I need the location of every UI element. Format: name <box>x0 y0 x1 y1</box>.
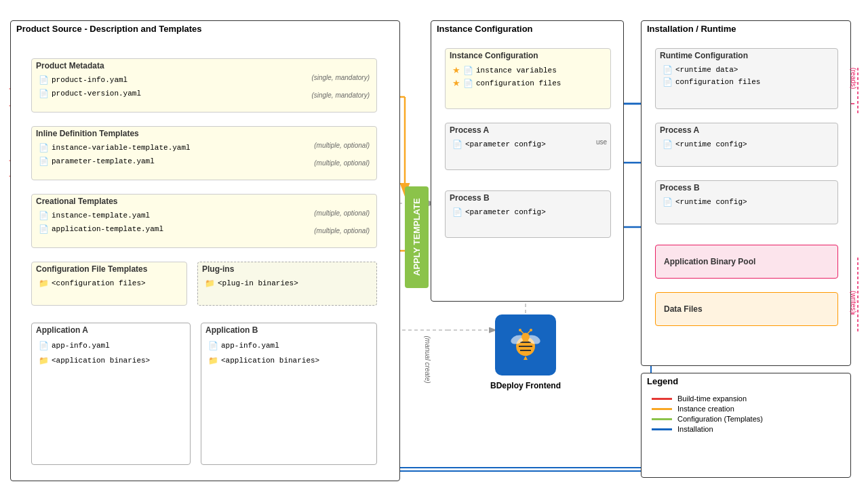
bdeploy-frontend: BDeploy Frontend <box>475 298 576 407</box>
product-source-section: Product Source - Description and Templat… <box>10 20 400 481</box>
file-item: 📁 <plug-in binaries> <box>205 279 370 288</box>
use-note: use <box>596 138 607 146</box>
svg-marker-51 <box>524 356 528 360</box>
file-item: 📄 <runtime data> <box>663 65 831 75</box>
filename: <runtime config> <box>675 140 747 148</box>
legend-label-install: Installation <box>677 425 713 433</box>
filename: <plug-in binaries> <box>218 279 298 287</box>
app-binary-pool-label: Application Binary Pool <box>664 257 755 266</box>
application-a-title: Application A <box>32 323 190 337</box>
bee-icon <box>505 325 546 365</box>
legend-line-blue <box>652 428 672 430</box>
app-binary-pool-box: Application Binary Pool <box>655 245 838 279</box>
filename: instance-template.yaml <box>52 211 150 220</box>
plugins-box: Plug-ins 📁 <plug-in binaries> <box>197 262 377 306</box>
filename: <configuration files> <box>52 279 146 287</box>
process-b-runtime-title: Process B <box>656 181 837 195</box>
legend-title: Legend <box>642 373 850 389</box>
file-item: 📄 <runtime config> <box>663 140 831 149</box>
bdeploy-label: BDeploy Frontend <box>490 381 561 390</box>
file-icon: 📄 <box>452 207 462 217</box>
file-icon: 📄 <box>39 224 49 234</box>
plugins-title: Plug-ins <box>198 262 376 276</box>
instance-config-box: Instance Configuration ★ 📄 instance vari… <box>445 48 611 109</box>
file-icon: 📄 <box>39 89 49 98</box>
file-item: 📄 configuration files <box>663 77 831 87</box>
legend-label-buildtime: Build-time expansion <box>677 394 747 403</box>
application-a-box: Application A 📄 app-info.yaml 📁 <applica… <box>31 323 191 465</box>
file-item: 📄 app-info.yaml <box>39 341 183 350</box>
application-b-title: Application B <box>201 323 376 337</box>
filename: instance-variable-template.yaml <box>52 144 191 152</box>
note: (multiple, optional) <box>314 142 370 149</box>
filename: <parameter config> <box>465 140 546 148</box>
apply-template-label: APPLY TEMPLATE <box>412 199 422 277</box>
diagram-container: Product Source - Description and Templat… <box>0 0 868 488</box>
filename: product-info.yaml <box>52 76 127 84</box>
file-icon: 📄 <box>39 143 49 152</box>
folder-icon: 📁 <box>208 356 218 365</box>
file-item: 📁 <application binaries> <box>208 356 370 365</box>
note: (multiple, optional) <box>314 209 370 217</box>
file-icon: 📄 <box>463 79 473 88</box>
file-icon: 📄 <box>663 140 673 149</box>
installation-section: Installation / Runtime Runtime Configura… <box>641 20 851 366</box>
product-metadata-box: Product Metadata 📄 product-info.yaml (si… <box>31 58 377 113</box>
file-item: 📄 parameter-template.yaml (multiple, opt… <box>39 157 370 166</box>
process-b-runtime-box: Process B 📄 <runtime config> <box>655 180 838 224</box>
filename: configuration files <box>675 78 760 86</box>
folder-icon: 📁 <box>39 279 49 288</box>
data-files-label: Data Files <box>664 304 703 314</box>
reads-label: (reads) <box>850 68 858 89</box>
file-item: 📄 application-template.yaml (multiple, o… <box>39 224 370 234</box>
note: (multiple, optional) <box>314 227 370 235</box>
file-icon: 📄 <box>39 211 49 220</box>
filename: application-template.yaml <box>52 225 163 233</box>
file-icon: 📄 <box>39 341 49 350</box>
legend-line-gold <box>652 408 672 410</box>
product-source-title: Product Source - Description and Templat… <box>11 21 399 37</box>
instance-config-section: Instance Configuration Instance Configur… <box>431 20 624 302</box>
installation-title: Installation / Runtime <box>642 21 850 37</box>
file-icon: 📄 <box>39 157 49 166</box>
file-icon: 📄 <box>39 75 49 85</box>
file-icon: 📄 <box>452 140 462 149</box>
legend-item-install: Installation <box>652 425 840 433</box>
filename: <runtime data> <box>675 66 738 74</box>
manual-create-label: (manual create) <box>424 336 431 384</box>
legend-line-red <box>652 398 672 400</box>
file-item: 📄 product-info.yaml (single, mandatory) <box>39 75 370 85</box>
process-a-box: Process A 📄 <parameter config> use <box>445 123 611 170</box>
legend-label-config: Configuration (Templates) <box>677 415 763 423</box>
file-item: 📄 app-info.yaml <box>208 341 370 350</box>
inline-templates-title: Inline Definition Templates <box>32 127 376 140</box>
data-files-box: Data Files <box>655 292 838 326</box>
filename: <application binaries> <box>221 357 319 365</box>
process-b-box: Process B 📄 <parameter config> <box>445 190 611 238</box>
file-icon: 📄 <box>663 65 673 75</box>
application-b-box: Application B 📄 app-info.yaml 📁 <applica… <box>201 323 377 465</box>
inline-templates-box: Inline Definition Templates 📄 instance-v… <box>31 126 377 180</box>
runtime-config-box: Runtime Configuration 📄 <runtime data> 📄… <box>655 48 838 109</box>
file-item: 📁 <application binaries> <box>39 356 183 365</box>
config-file-templates-title: Configuration File Templates <box>32 262 186 276</box>
star-icon: ★ <box>452 65 460 75</box>
file-item: 📄 <parameter config> <box>452 140 604 149</box>
note: (single, mandatory) <box>311 74 370 81</box>
product-metadata-title: Product Metadata <box>32 59 376 73</box>
svg-point-52 <box>521 333 530 341</box>
filename: <runtime config> <box>675 198 747 206</box>
legend-label-instance: Instance creation <box>677 405 734 413</box>
filename: parameter-template.yaml <box>52 157 155 165</box>
file-item: 📄 instance-template.yaml (multiple, opti… <box>39 211 370 220</box>
file-item: 📄 product-version.yaml (single, mandator… <box>39 89 370 98</box>
file-icon: 📄 <box>663 197 673 207</box>
file-icon: 📄 <box>463 66 473 75</box>
file-item: 📄 <runtime config> <box>663 197 831 207</box>
instance-config-title: Instance Configuration <box>446 49 610 62</box>
bdeploy-logo <box>495 314 556 375</box>
file-item: 📄 <parameter config> <box>452 207 604 217</box>
file-item: ★ 📄 configuration files <box>452 78 604 88</box>
process-a-runtime-title: Process A <box>656 123 837 137</box>
file-icon: 📄 <box>208 341 218 350</box>
